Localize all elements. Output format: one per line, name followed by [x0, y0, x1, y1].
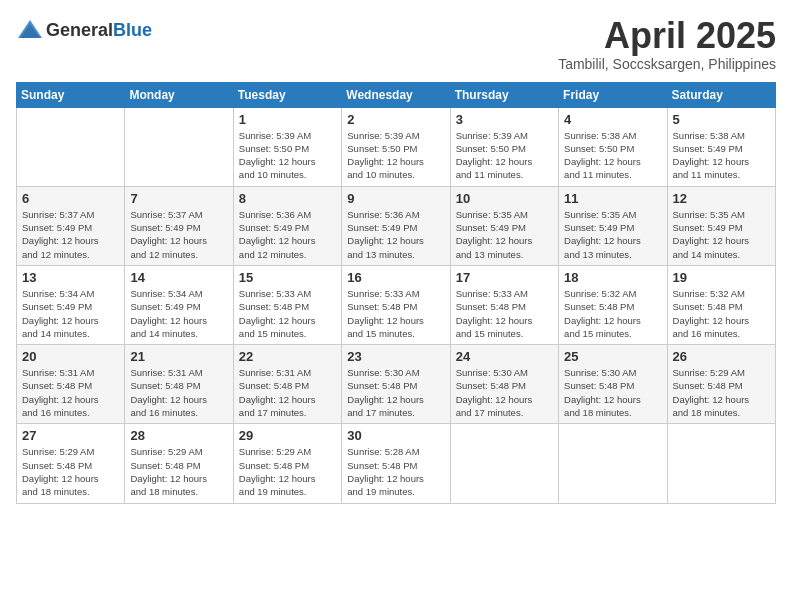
- calendar-cell: 16Sunrise: 5:33 AM Sunset: 5:48 PM Dayli…: [342, 265, 450, 344]
- weekday-header-wednesday: Wednesday: [342, 82, 450, 107]
- calendar-cell: 13Sunrise: 5:34 AM Sunset: 5:49 PM Dayli…: [17, 265, 125, 344]
- day-detail: Sunrise: 5:38 AM Sunset: 5:49 PM Dayligh…: [673, 129, 770, 182]
- calendar-cell: 12Sunrise: 5:35 AM Sunset: 5:49 PM Dayli…: [667, 186, 775, 265]
- weekday-header-row: SundayMondayTuesdayWednesdayThursdayFrid…: [17, 82, 776, 107]
- day-detail: Sunrise: 5:35 AM Sunset: 5:49 PM Dayligh…: [564, 208, 661, 261]
- day-detail: Sunrise: 5:29 AM Sunset: 5:48 PM Dayligh…: [239, 445, 336, 498]
- day-number: 1: [239, 112, 336, 127]
- day-detail: Sunrise: 5:36 AM Sunset: 5:49 PM Dayligh…: [347, 208, 444, 261]
- day-number: 4: [564, 112, 661, 127]
- calendar-cell: 3Sunrise: 5:39 AM Sunset: 5:50 PM Daylig…: [450, 107, 558, 186]
- calendar-cell: 21Sunrise: 5:31 AM Sunset: 5:48 PM Dayli…: [125, 345, 233, 424]
- day-detail: Sunrise: 5:31 AM Sunset: 5:48 PM Dayligh…: [130, 366, 227, 419]
- day-number: 12: [673, 191, 770, 206]
- day-number: 24: [456, 349, 553, 364]
- calendar-header: SundayMondayTuesdayWednesdayThursdayFrid…: [17, 82, 776, 107]
- day-detail: Sunrise: 5:38 AM Sunset: 5:50 PM Dayligh…: [564, 129, 661, 182]
- day-number: 9: [347, 191, 444, 206]
- day-number: 8: [239, 191, 336, 206]
- day-number: 30: [347, 428, 444, 443]
- calendar-cell: 24Sunrise: 5:30 AM Sunset: 5:48 PM Dayli…: [450, 345, 558, 424]
- day-number: 19: [673, 270, 770, 285]
- calendar-cell: 22Sunrise: 5:31 AM Sunset: 5:48 PM Dayli…: [233, 345, 341, 424]
- day-detail: Sunrise: 5:37 AM Sunset: 5:49 PM Dayligh…: [22, 208, 119, 261]
- calendar-cell: 19Sunrise: 5:32 AM Sunset: 5:48 PM Dayli…: [667, 265, 775, 344]
- calendar-cell: 10Sunrise: 5:35 AM Sunset: 5:49 PM Dayli…: [450, 186, 558, 265]
- day-number: 5: [673, 112, 770, 127]
- calendar-cell: 23Sunrise: 5:30 AM Sunset: 5:48 PM Dayli…: [342, 345, 450, 424]
- title-block: April 2025 Tambilil, Soccsksargen, Phili…: [558, 16, 776, 72]
- calendar-table: SundayMondayTuesdayWednesdayThursdayFrid…: [16, 82, 776, 504]
- day-number: 16: [347, 270, 444, 285]
- day-number: 11: [564, 191, 661, 206]
- day-detail: Sunrise: 5:33 AM Sunset: 5:48 PM Dayligh…: [239, 287, 336, 340]
- calendar-cell: 11Sunrise: 5:35 AM Sunset: 5:49 PM Dayli…: [559, 186, 667, 265]
- day-detail: Sunrise: 5:33 AM Sunset: 5:48 PM Dayligh…: [456, 287, 553, 340]
- day-number: 28: [130, 428, 227, 443]
- calendar-cell: 14Sunrise: 5:34 AM Sunset: 5:49 PM Dayli…: [125, 265, 233, 344]
- day-detail: Sunrise: 5:28 AM Sunset: 5:48 PM Dayligh…: [347, 445, 444, 498]
- logo-general: General: [46, 20, 113, 40]
- day-detail: Sunrise: 5:34 AM Sunset: 5:49 PM Dayligh…: [130, 287, 227, 340]
- day-number: 14: [130, 270, 227, 285]
- day-number: 13: [22, 270, 119, 285]
- weekday-header-friday: Friday: [559, 82, 667, 107]
- day-number: 26: [673, 349, 770, 364]
- calendar-cell: 6Sunrise: 5:37 AM Sunset: 5:49 PM Daylig…: [17, 186, 125, 265]
- day-detail: Sunrise: 5:29 AM Sunset: 5:48 PM Dayligh…: [130, 445, 227, 498]
- day-number: 25: [564, 349, 661, 364]
- day-detail: Sunrise: 5:34 AM Sunset: 5:49 PM Dayligh…: [22, 287, 119, 340]
- day-number: 23: [347, 349, 444, 364]
- day-number: 7: [130, 191, 227, 206]
- logo-icon: [16, 16, 44, 44]
- calendar-cell: [450, 424, 558, 503]
- day-number: 17: [456, 270, 553, 285]
- day-detail: Sunrise: 5:32 AM Sunset: 5:48 PM Dayligh…: [564, 287, 661, 340]
- calendar-cell: 1Sunrise: 5:39 AM Sunset: 5:50 PM Daylig…: [233, 107, 341, 186]
- weekday-header-saturday: Saturday: [667, 82, 775, 107]
- location-title: Tambilil, Soccsksargen, Philippines: [558, 56, 776, 72]
- calendar-cell: 27Sunrise: 5:29 AM Sunset: 5:48 PM Dayli…: [17, 424, 125, 503]
- day-number: 2: [347, 112, 444, 127]
- day-number: 29: [239, 428, 336, 443]
- calendar-cell: 17Sunrise: 5:33 AM Sunset: 5:48 PM Dayli…: [450, 265, 558, 344]
- day-detail: Sunrise: 5:33 AM Sunset: 5:48 PM Dayligh…: [347, 287, 444, 340]
- calendar-cell: [667, 424, 775, 503]
- calendar-week-2: 6Sunrise: 5:37 AM Sunset: 5:49 PM Daylig…: [17, 186, 776, 265]
- day-detail: Sunrise: 5:35 AM Sunset: 5:49 PM Dayligh…: [673, 208, 770, 261]
- calendar-cell: 26Sunrise: 5:29 AM Sunset: 5:48 PM Dayli…: [667, 345, 775, 424]
- calendar-week-3: 13Sunrise: 5:34 AM Sunset: 5:49 PM Dayli…: [17, 265, 776, 344]
- weekday-header-monday: Monday: [125, 82, 233, 107]
- calendar-cell: 18Sunrise: 5:32 AM Sunset: 5:48 PM Dayli…: [559, 265, 667, 344]
- day-detail: Sunrise: 5:32 AM Sunset: 5:48 PM Dayligh…: [673, 287, 770, 340]
- calendar-week-5: 27Sunrise: 5:29 AM Sunset: 5:48 PM Dayli…: [17, 424, 776, 503]
- day-detail: Sunrise: 5:29 AM Sunset: 5:48 PM Dayligh…: [673, 366, 770, 419]
- calendar-cell: 25Sunrise: 5:30 AM Sunset: 5:48 PM Dayli…: [559, 345, 667, 424]
- day-detail: Sunrise: 5:31 AM Sunset: 5:48 PM Dayligh…: [239, 366, 336, 419]
- weekday-header-tuesday: Tuesday: [233, 82, 341, 107]
- calendar-body: 1Sunrise: 5:39 AM Sunset: 5:50 PM Daylig…: [17, 107, 776, 503]
- calendar-cell: [17, 107, 125, 186]
- day-number: 10: [456, 191, 553, 206]
- day-detail: Sunrise: 5:30 AM Sunset: 5:48 PM Dayligh…: [347, 366, 444, 419]
- calendar-cell: 5Sunrise: 5:38 AM Sunset: 5:49 PM Daylig…: [667, 107, 775, 186]
- day-number: 15: [239, 270, 336, 285]
- day-number: 22: [239, 349, 336, 364]
- day-number: 27: [22, 428, 119, 443]
- day-number: 6: [22, 191, 119, 206]
- weekday-header-thursday: Thursday: [450, 82, 558, 107]
- calendar-cell: [559, 424, 667, 503]
- month-title: April 2025: [558, 16, 776, 56]
- calendar-week-1: 1Sunrise: 5:39 AM Sunset: 5:50 PM Daylig…: [17, 107, 776, 186]
- day-detail: Sunrise: 5:31 AM Sunset: 5:48 PM Dayligh…: [22, 366, 119, 419]
- calendar-cell: 9Sunrise: 5:36 AM Sunset: 5:49 PM Daylig…: [342, 186, 450, 265]
- calendar-cell: [125, 107, 233, 186]
- calendar-cell: 29Sunrise: 5:29 AM Sunset: 5:48 PM Dayli…: [233, 424, 341, 503]
- page-header: GeneralBlue April 2025 Tambilil, Soccsks…: [16, 16, 776, 72]
- calendar-cell: 7Sunrise: 5:37 AM Sunset: 5:49 PM Daylig…: [125, 186, 233, 265]
- calendar-cell: 28Sunrise: 5:29 AM Sunset: 5:48 PM Dayli…: [125, 424, 233, 503]
- day-number: 20: [22, 349, 119, 364]
- calendar-cell: 30Sunrise: 5:28 AM Sunset: 5:48 PM Dayli…: [342, 424, 450, 503]
- day-detail: Sunrise: 5:39 AM Sunset: 5:50 PM Dayligh…: [456, 129, 553, 182]
- day-detail: Sunrise: 5:30 AM Sunset: 5:48 PM Dayligh…: [456, 366, 553, 419]
